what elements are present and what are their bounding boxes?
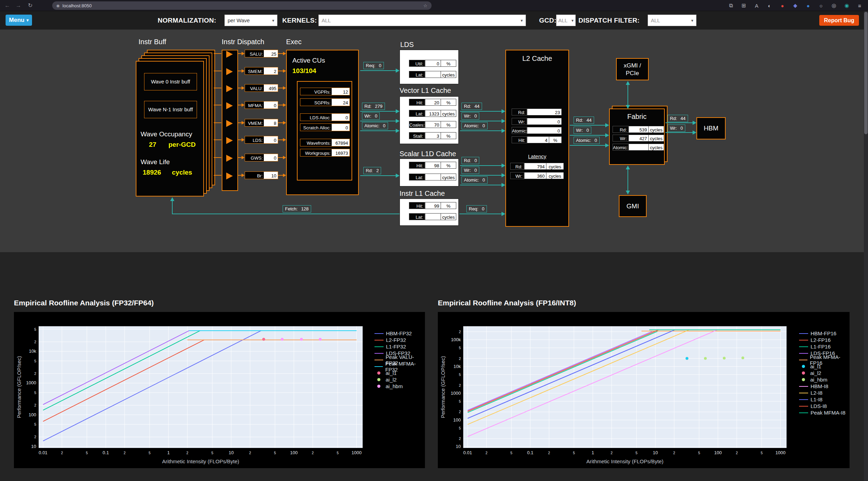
svg-text:100: 100 — [453, 417, 461, 423]
menu-hamburger-icon[interactable]: ≡ — [856, 3, 863, 9]
l2-latency-wr: Wr:360cycles — [510, 172, 564, 179]
svg-text:100: 100 — [714, 450, 722, 455]
contrast-icon[interactable]: ◐ — [766, 3, 773, 9]
sync-ext-icon[interactable]: ● — [805, 3, 812, 9]
arrow-value: 2 — [376, 168, 379, 173]
legend-item[interactable]: Peak MFMA-FP16 — [799, 357, 850, 362]
legend-line-swatch — [799, 386, 808, 387]
arrowhead-icon — [502, 119, 505, 123]
legend-line-swatch — [374, 333, 384, 334]
legend-item[interactable]: ai_hbm — [374, 384, 425, 389]
bookmark-star-icon[interactable]: ☆ — [423, 3, 427, 8]
row-value: 1323 — [425, 110, 441, 117]
orange-connector — [214, 122, 221, 123]
normalization-value: per Wave — [228, 17, 250, 23]
orange-arrowhead-icon — [283, 69, 286, 73]
legend-item[interactable]: Peak MFMA-I8 — [799, 410, 850, 415]
legend-label: HBM-FP32 — [386, 330, 412, 336]
roofline-fp16-chart[interactable]: 0.01250.12512510251002510001025100251000… — [438, 312, 850, 468]
kernels-label: KERNELS: — [282, 11, 317, 30]
arrowhead-icon — [502, 163, 505, 168]
forward-icon[interactable]: → — [14, 0, 23, 11]
svg-text:100k: 100k — [451, 337, 461, 342]
back-icon[interactable]: ← — [3, 0, 12, 11]
legend-item[interactable]: ai_l2 — [799, 370, 850, 376]
account-icon[interactable]: ◉ — [843, 2, 850, 9]
l2-row-atomic: Atomic:0 — [512, 127, 562, 134]
teal-arrow — [172, 201, 173, 214]
row-unit: cycles — [649, 135, 664, 142]
svg-text:Arithmetic Intensity (FLOPs/By: Arithmetic Intensity (FLOPs/Byte) — [586, 458, 664, 464]
scrollbar-track[interactable] — [864, 11, 868, 481]
row-value: 23 — [527, 109, 562, 115]
report-bug-button[interactable]: Report Bug — [819, 15, 859, 26]
arrowhead-icon — [396, 119, 400, 123]
vl1-row-coales: Coales:70% — [409, 121, 456, 128]
svg-text:10k: 10k — [29, 348, 36, 354]
normalization-label: NORMALIZATION: — [158, 11, 216, 30]
legend-item[interactable]: HBM-I8 — [799, 384, 850, 389]
arrow-value: 279 — [375, 104, 382, 109]
row-value: 70 — [425, 121, 441, 128]
legend-item[interactable]: ai_l1 — [799, 364, 850, 369]
row-label: Rd: — [613, 126, 629, 133]
legend-item[interactable]: ai_l2 — [374, 377, 425, 382]
extension-icon[interactable]: ○ — [818, 3, 824, 9]
svg-text:Performance (GFLOP/sec): Performance (GFLOP/sec) — [16, 356, 22, 418]
legend-item[interactable]: LDS-I8 — [799, 403, 850, 409]
arrow-value: 0 — [379, 63, 381, 68]
row-label: VALU: — [245, 85, 264, 91]
roofline-fp32-chart[interactable]: 0.01250.12512510251002510001025100251000… — [14, 312, 425, 468]
arrow-value: 44 — [474, 104, 479, 109]
reader-icon[interactable]: A — [753, 3, 760, 9]
history-icon[interactable]: ◎ — [830, 2, 837, 9]
legend-item[interactable]: L2-FP32 — [374, 337, 425, 343]
roofline-fp16-plot[interactable]: 0.01250.12512510251002510001025100251000… — [438, 312, 850, 468]
scrollbar-thumb[interactable] — [864, 12, 868, 134]
gcd-select[interactable]: ALL ▾ — [556, 15, 576, 26]
legend-item[interactable]: L1-FP32 — [374, 344, 425, 349]
grid-icon[interactable]: ⊞ — [740, 2, 747, 9]
sl1d-row-lat: Lat:cycles — [409, 174, 456, 181]
menu-button[interactable]: Menu ▾ — [6, 15, 32, 26]
legend-item[interactable]: L2-FP16 — [799, 337, 850, 343]
kernels-select[interactable]: ALL ▾ — [318, 15, 526, 26]
svg-text:10: 10 — [456, 444, 461, 449]
orange-arrowhead-icon — [242, 86, 245, 90]
dispatch-row-br: Br:10 — [245, 171, 278, 179]
row-value: 10 — [264, 172, 278, 179]
svg-text:1: 1 — [592, 450, 594, 455]
arrow-label-l2-fabric-atomic: Atomic:0 — [574, 137, 600, 144]
roofline-section: Empirical Roofline Analysis (FP32/FP64) … — [0, 252, 868, 481]
svg-text:5: 5 — [636, 451, 638, 455]
legend-item[interactable]: ai_hbm — [799, 377, 850, 382]
teal-arrow — [628, 169, 628, 191]
svg-text:5: 5 — [459, 426, 461, 430]
legend-item[interactable]: HBM-FP32 — [374, 331, 425, 336]
reload-icon[interactable]: ↻ — [26, 0, 35, 11]
arrow-label: Atomic: — [464, 123, 479, 128]
adblock-ext-icon[interactable]: ● — [779, 3, 786, 9]
pip-icon[interactable]: ⧉ — [727, 2, 734, 9]
row-unit: % — [441, 162, 456, 169]
shield-icon[interactable]: ◉ — [56, 3, 60, 8]
legend-item[interactable]: L2-I8 — [799, 390, 850, 395]
dark-ext-icon[interactable]: ◆ — [792, 2, 799, 9]
row-value: 67894 — [332, 139, 349, 146]
arrow-label: Atomic: — [464, 177, 479, 183]
legend-item[interactable]: ai_l1 — [374, 370, 425, 376]
legend-item[interactable]: L1-I8 — [799, 397, 850, 402]
legend-item[interactable]: Peak MFMA-FP32 — [374, 364, 425, 369]
legend-label: ai_l1 — [386, 370, 397, 376]
dispatch-filter-select[interactable]: ALL ▾ — [648, 15, 696, 26]
svg-text:5: 5 — [573, 451, 575, 455]
legend-item[interactable]: L1-FP16 — [799, 344, 850, 349]
legend-item[interactable]: HBM-FP16 — [799, 331, 850, 336]
dispatch-chevron-icon — [226, 173, 233, 179]
arrow-label: Rd: — [670, 116, 677, 121]
url-bar[interactable]: ◉ localhost:8050 ☆ — [52, 1, 432, 10]
normalization-select[interactable]: per Wave ▾ — [224, 15, 277, 26]
roofline-fp32-plot[interactable]: 0.01250.12512510251002510001025100251000… — [14, 312, 425, 468]
teal-arrow — [460, 121, 502, 121]
row-value — [425, 71, 441, 78]
